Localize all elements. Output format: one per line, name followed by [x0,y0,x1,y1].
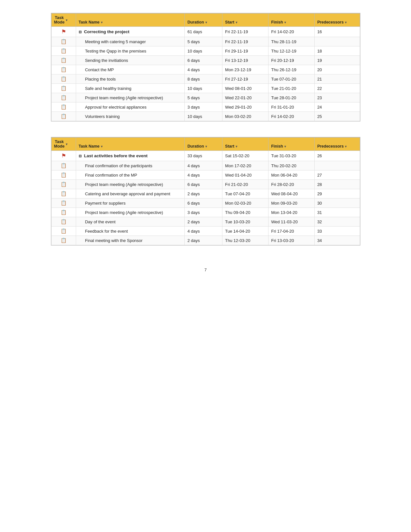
finish-cell: Mon 09-03-20 [269,198,315,208]
task-icon: 📋 [61,191,67,197]
finish-cell: Thu 20-02-20 [269,161,315,170]
table-row[interactable]: 📋 Contact the MP4 daysMon 23-12-19Thu 26… [51,65,360,74]
table-row[interactable]: ⚑⊟ Last activities before the event33 da… [51,151,360,161]
header-finish[interactable]: Finish▾ [269,138,315,151]
sort-arrow-task_name[interactable]: ▾ [101,145,103,148]
task-mode-cell: 📋 [51,56,76,65]
task-name-cell: Feedback for the event [76,227,185,236]
predecessors-cell: 31 [315,208,360,217]
task-icon: 📋 [61,200,67,206]
header-finish[interactable]: Finish▾ [269,14,315,27]
predecessors-cell: 26 [315,151,360,161]
task-name-cell: Catering and beverage approval and payme… [76,189,185,198]
predecessors-cell: 29 [315,189,360,198]
start-cell: Mon 23-12-19 [222,65,269,74]
collapse-icon[interactable]: ⊟ [79,30,82,34]
duration-cell: 2 days [185,236,222,245]
finish-cell: Fri 31-01-20 [269,102,315,112]
sort-arrow-predecessors[interactable]: ▾ [345,21,347,24]
table-row[interactable]: 📋 Final confirmation of the MP4 daysWed … [51,170,360,180]
start-cell: Tue 10-03-20 [222,217,269,227]
table-row[interactable]: 📋 Final confirmation of the participants… [51,161,360,170]
table-row[interactable]: 📋 Feedback for the event4 daysTue 14-04-… [51,227,360,236]
header-task_mode[interactable]: Task Mode▾ [51,14,76,27]
table-row[interactable]: 📋 Volunteers training10 daysMon 03-02-20… [51,112,360,121]
start-cell: Wed 22-01-20 [222,93,269,102]
table-row[interactable]: 📋 Final meeting with the Sponsor2 daysTh… [51,236,360,245]
finish-cell: Wed 08-04-20 [269,189,315,198]
task-icon: 📋 [61,39,67,44]
task-mode-cell: 📋 [51,198,76,208]
duration-cell: 3 days [185,208,222,217]
sort-arrow-task_name[interactable]: ▾ [101,21,103,24]
task-icon: 📋 [61,219,67,225]
task-icon: 📋 [61,163,67,169]
task-name-cell: Contact the MP [76,65,185,74]
predecessors-cell: 27 [315,170,360,180]
task-mode-cell: 📋 [51,46,76,56]
sort-arrow-start[interactable]: ▾ [236,21,237,24]
finish-cell: Fri 13-03-20 [269,236,315,245]
header-task_name[interactable]: Task Name▾ [76,14,185,27]
table-row[interactable]: 📋 Day of the event2 daysTue 10-03-20Wed … [51,217,360,227]
task-icon: 📋 [61,209,67,215]
predecessors-cell: 21 [315,74,360,84]
table-row[interactable]: 📋 Safe and healthy training10 daysWed 08… [51,84,360,93]
collapse-icon[interactable]: ⊟ [79,154,82,158]
task-name-cell: Testing the Qapp in the premises [76,46,185,56]
sort-arrow-finish[interactable]: ▾ [284,145,286,148]
start-cell: Fri 22-11-19 [222,27,269,37]
start-cell: Fri 13-12-19 [222,56,269,65]
header-duration[interactable]: Duration▾ [185,14,222,27]
duration-cell: 10 days [185,112,222,121]
sort-arrow-duration[interactable]: ▾ [205,145,207,148]
table-row[interactable]: 📋 Catering and beverage approval and pay… [51,189,360,198]
predecessors-cell [315,161,360,170]
header-duration[interactable]: Duration▾ [185,138,222,151]
header-task_mode[interactable]: Task Mode▾ [51,138,76,151]
predecessors-cell: 28 [315,180,360,189]
finish-cell: Fri 14-02-20 [269,112,315,121]
table-row[interactable]: 📋 Sending the invitiations6 daysFri 13-1… [51,56,360,65]
predecessors-cell: 33 [315,227,360,236]
duration-cell: 4 days [185,161,222,170]
finish-cell: Wed 11-03-20 [269,217,315,227]
pin-icon: ⚑ [61,152,66,159]
table-row[interactable]: 📋 Payment for suppliers6 daysMon 02-03-2… [51,198,360,208]
sort-arrow-start[interactable]: ▾ [236,145,237,148]
sort-arrow-task_mode[interactable]: ▾ [66,142,67,146]
table-row[interactable]: 📋 Meeting with catering 5 manager5 daysF… [51,37,360,46]
task-mode-cell: 📋 [51,227,76,236]
finish-cell: Tue 28-01-20 [269,93,315,102]
finish-cell: Thu 28-11-19 [269,37,315,46]
header-task_name[interactable]: Task Name▾ [76,138,185,151]
predecessors-cell: 20 [315,65,360,74]
finish-cell: Thu 26-12-19 [269,65,315,74]
finish-cell: Mon 13-04-20 [269,208,315,217]
header-start[interactable]: Start▾ [222,14,269,27]
table-row[interactable]: 📋 Project team meeting (Agile retrospect… [51,93,360,102]
task-icon: 📋 [61,228,67,234]
header-predecessors[interactable]: Predecessors▾ [315,14,360,27]
finish-cell: Tue 31-03-20 [269,151,315,161]
sort-arrow-task_mode[interactable]: ▾ [66,18,67,22]
duration-cell: 10 days [185,84,222,93]
table-1: Task Mode▾Task Name▾Duration▾Start▾Finis… [51,13,360,121]
sort-arrow-finish[interactable]: ▾ [284,21,286,24]
predecessors-cell: 19 [315,56,360,65]
predecessors-cell: 25 [315,112,360,121]
table-row[interactable]: 📋 Placing the tools8 daysFri 27-12-19Tue… [51,74,360,84]
task-mode-cell: 📋 [51,102,76,112]
table-row[interactable]: 📋 Project team meeting (Agile retrospect… [51,208,360,217]
header-start[interactable]: Start▾ [222,138,269,151]
header-predecessors[interactable]: Predecessors▾ [315,138,360,151]
task-icon: 📋 [61,95,67,101]
finish-cell: Tue 21-01-20 [269,84,315,93]
sort-arrow-duration[interactable]: ▾ [205,21,207,24]
task-mode-cell: 📋 [51,161,76,170]
table-row[interactable]: ⚑⊟ Correcting the project61 daysFri 22-1… [51,27,360,37]
sort-arrow-predecessors[interactable]: ▾ [345,145,347,148]
table-row[interactable]: 📋 Testing the Qapp in the premises10 day… [51,46,360,56]
table-row[interactable]: 📋 Approval for electrical appliances3 da… [51,102,360,112]
table-row[interactable]: 📋 Project team meeting (Agile retrospect… [51,180,360,189]
